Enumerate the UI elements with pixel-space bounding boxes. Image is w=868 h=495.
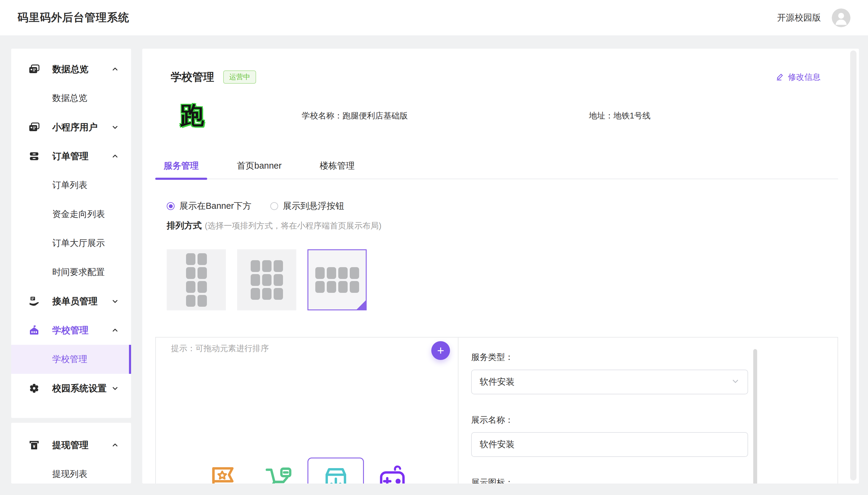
chevron-down-icon xyxy=(111,297,119,305)
sidebar-item-data-overview[interactable]: 数据总览 xyxy=(11,55,131,84)
tab-service-management[interactable]: 服务管理 xyxy=(155,155,207,178)
service-type-label: 服务类型： xyxy=(471,352,837,363)
edit-info-link[interactable]: 修改信息 xyxy=(776,72,820,83)
svg-text:¥: ¥ xyxy=(33,444,36,449)
package-icon xyxy=(319,464,353,483)
radio-floating-button[interactable]: 展示到悬浮按钮 xyxy=(270,200,344,212)
sidebar-item-label: 学校管理 xyxy=(52,324,88,337)
sidebar-subitem-order-hall[interactable]: 订单大厅展示 xyxy=(11,229,131,258)
service-item-gamepad[interactable] xyxy=(364,458,420,483)
chevron-up-icon xyxy=(111,152,119,160)
chevron-up-icon xyxy=(111,441,119,449)
radio-circle-icon xyxy=(270,202,278,210)
service-type-value: 软件安装 xyxy=(480,376,515,388)
layout-option-3x3[interactable] xyxy=(237,249,296,310)
layout-grid-preview xyxy=(251,260,283,300)
sidebar-item-label: 提现管理 xyxy=(52,439,88,451)
order-management-icon xyxy=(29,151,39,162)
app-title: 码里码外后台管理系统 xyxy=(18,10,129,25)
tab-building-management[interactable]: 楼栋管理 xyxy=(311,155,363,178)
school-info-row: 跑 学校名称：跑腿便利店基础版 地址：地铁1号线 xyxy=(178,102,859,130)
courier-management-icon xyxy=(29,296,39,307)
school-name-label: 学校名称： xyxy=(302,111,342,120)
miniprogram-users-icon xyxy=(29,122,39,133)
radio-banner-below[interactable]: 展示在Banner下方 xyxy=(167,200,252,212)
service-item-package[interactable] xyxy=(307,458,364,483)
sidebar-main: 数据总览 数据总览 小程序用户 订单管理 订单列表 资金走向列表 订单大厅展示 … xyxy=(11,49,131,418)
layout-grid-preview xyxy=(315,267,359,293)
sidebar-item-label: 数据总览 xyxy=(52,63,88,75)
main-content-card: 学校管理 运营中 修改信息 跑 学校名称：跑腿便利店基础版 地址：地铁1号线 服… xyxy=(142,49,859,483)
sidebar-item-miniprogram-users[interactable]: 小程序用户 xyxy=(11,113,131,142)
page-head: 学校管理 运营中 修改信息 xyxy=(142,49,859,86)
school-name-value: 跑腿便利店基础版 xyxy=(342,111,408,120)
arrangement-title-row: 排列方式 (选择一项排列方式，将在小程序端首页展示布局) xyxy=(167,220,859,232)
display-icon-label: 展示图标： xyxy=(471,477,837,483)
chevron-down-icon xyxy=(111,385,119,392)
layout-options xyxy=(167,249,859,310)
layout-option-4x2[interactable] xyxy=(307,249,367,310)
chevron-up-icon xyxy=(111,65,119,73)
add-service-button[interactable]: + xyxy=(431,341,450,360)
layout-option-2x4[interactable] xyxy=(167,249,226,310)
gamepad-icon xyxy=(375,463,409,483)
scooter-icon xyxy=(263,463,296,483)
radio-circle-icon xyxy=(167,202,175,210)
form-pane-scrollbar[interactable] xyxy=(753,349,757,483)
service-type-select[interactable]: 软件安装 xyxy=(471,370,748,394)
school-address-label: 地址： xyxy=(589,111,614,120)
drag-hint: 提示：可拖动元素进行排序 xyxy=(171,343,269,354)
page-title: 学校管理 xyxy=(171,68,214,86)
sidebar-subitem-data-overview[interactable]: 数据总览 xyxy=(11,84,131,113)
tab-bar: 服务管理 首页banner 楼栋管理 xyxy=(155,155,838,179)
display-name-label: 展示名称： xyxy=(471,414,837,426)
service-sort-and-form: 提示：可拖动元素进行排序 + xyxy=(155,337,838,483)
service-form-pane: 服务类型： 软件安装 展示名称： 软件安装 展示图标： xyxy=(459,338,837,483)
sidebar-subitem-fund-flow[interactable]: 资金走向列表 xyxy=(11,200,131,229)
service-item-scooter[interactable] xyxy=(251,458,307,483)
campus-settings-icon xyxy=(29,383,39,394)
school-address-field: 地址：地铁1号线 xyxy=(589,110,651,121)
school-address-value: 地铁1号线 xyxy=(614,111,651,120)
radio-label: 展示到悬浮按钮 xyxy=(283,200,344,212)
sidebar-subitem-withdrawal-list[interactable]: 提现列表 xyxy=(11,460,131,483)
sidebar-subitem-school-management[interactable]: 学校管理 xyxy=(11,345,131,374)
drag-sort-pane: 提示：可拖动元素进行排序 + xyxy=(156,338,459,483)
data-overview-icon xyxy=(29,64,39,75)
top-header: 码里码外后台管理系统 开源校园版 xyxy=(0,0,868,35)
flag-icon xyxy=(206,463,240,483)
arrangement-note: (选择一项排列方式，将在小程序端首页展示布局) xyxy=(205,220,382,231)
sidebar-item-courier-management[interactable]: 接单员管理 xyxy=(11,287,131,316)
chevron-up-icon xyxy=(111,326,119,334)
sidebar-subitem-time-config[interactable]: 时间要求配置 xyxy=(11,258,131,287)
app-viewport: 码里码外后台管理系统 开源校园版 数据总览 数据总览 小程序用户 xyxy=(0,0,868,495)
sidebar-item-campus-settings[interactable]: 校园系统设置 xyxy=(11,374,131,403)
service-item-flag[interactable] xyxy=(195,458,251,483)
select-chevron-down-icon xyxy=(731,377,740,388)
edit-pencil-icon xyxy=(776,72,785,83)
withdrawal-management-icon: ¥ xyxy=(29,440,39,450)
sidebar-item-withdrawal-management[interactable]: ¥ 提现管理 xyxy=(11,431,131,460)
display-name-value: 软件安装 xyxy=(480,439,515,450)
sidebar-item-label: 小程序用户 xyxy=(52,121,98,134)
edit-info-label: 修改信息 xyxy=(788,72,820,83)
user-avatar-icon[interactable] xyxy=(832,8,850,27)
display-position-options: 展示在Banner下方 展示到悬浮按钮 xyxy=(167,201,859,211)
edition-label: 开源校园版 xyxy=(777,12,821,24)
sidebar-item-school-management[interactable]: 学校管理 xyxy=(11,316,131,345)
arrangement-title: 排列方式 xyxy=(167,220,202,232)
radio-label: 展示在Banner下方 xyxy=(179,200,252,212)
school-logo: 跑 xyxy=(178,102,206,130)
sidebar-item-label: 接单员管理 xyxy=(52,295,98,308)
school-name-field: 学校名称：跑腿便利店基础版 xyxy=(302,110,408,121)
school-management-icon xyxy=(29,325,39,336)
display-name-input[interactable]: 软件安装 xyxy=(471,432,748,457)
sidebar-secondary: ¥ 提现管理 提现列表 xyxy=(11,423,131,483)
sidebar-subitem-order-list[interactable]: 订单列表 xyxy=(11,171,131,200)
chevron-down-icon xyxy=(111,123,119,131)
sidebar-item-label: 校园系统设置 xyxy=(52,382,107,395)
main-card-scrollbar[interactable] xyxy=(850,50,856,480)
tab-home-banner[interactable]: 首页banner xyxy=(228,155,290,178)
sidebar-item-order-management[interactable]: 订单管理 xyxy=(11,142,131,171)
sidebar-item-label: 订单管理 xyxy=(52,150,88,163)
